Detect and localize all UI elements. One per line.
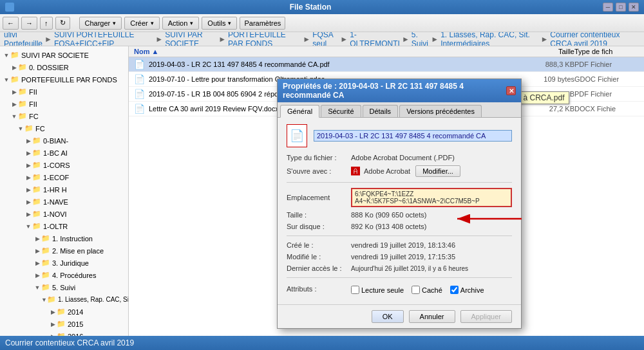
parametres-button[interactable]: Paramètres — [240, 17, 285, 30]
dialog-row-acces: Dernier accès le : Aujourd'hui 26 juille… — [287, 264, 512, 272]
sidebar-item-fii1[interactable]: ▶ 📁 FII — [0, 86, 128, 98]
sidebar-item-1ecof[interactable]: ▶ 📁 1-ECOF — [0, 171, 128, 183]
sidebar-item-1instruction[interactable]: ▶ 📁 1. Instruction — [0, 232, 128, 244]
outils-button[interactable]: Outils — [202, 17, 237, 30]
sidebar-item-suivi-par-societe[interactable]: ▼ 📁 SUIVI PAR SOCIETE — [0, 49, 128, 61]
file-size: 888,3 KB — [523, 60, 574, 68]
expand-icon[interactable]: ▶ — [24, 150, 32, 156]
col-header-type[interactable]: Type de fich — [574, 48, 639, 55]
checkbox-lecture-seule[interactable]: Lecture seule — [351, 286, 404, 294]
folder-icon: 📁 — [57, 332, 66, 336]
expand-icon[interactable]: ▶ — [49, 333, 57, 336]
dialog-cancel-button[interactable]: Annuler — [409, 310, 455, 323]
col-header-size[interactable]: Taille — [523, 48, 574, 55]
sidebar-item-fc2[interactable]: ▼ 📁 FC — [0, 122, 128, 134]
dialog-close-button[interactable]: ✕ — [506, 86, 516, 95]
expand-icon[interactable]: ▶ — [49, 309, 57, 315]
dialog-ok-button[interactable]: OK — [372, 310, 404, 323]
sidebar-item-fc1[interactable]: ▼ 📁 FC — [0, 110, 128, 122]
table-row[interactable]: 📄 2019-04-03 - LR 2C 131 497 8485 4 reco… — [129, 57, 644, 72]
crumb-4[interactable]: FQSA seul — [312, 32, 338, 46]
file-size: 109 bytes — [523, 75, 574, 83]
expand-icon[interactable]: ▶ — [24, 199, 32, 205]
expand-icon[interactable]: ▶ — [49, 321, 57, 327]
sidebar-item-3juridique[interactable]: ▶ 📁 3. Juridique — [0, 257, 128, 269]
expand-icon[interactable]: ▼ — [41, 297, 47, 303]
refresh-button[interactable]: ↻ — [55, 17, 70, 30]
expand-icon[interactable]: ▼ — [17, 125, 24, 132]
sidebar-item-liasses[interactable]: ▼ 📁 1. Liasses, Rap. CAC, Sit. Intermédi… — [0, 293, 128, 306]
checkbox-cache[interactable]: Caché — [412, 286, 442, 294]
sidebar-item-0-dossier[interactable]: ▶ 📁 0. DOSSIER — [0, 61, 128, 73]
expand-icon[interactable]: ▶ — [33, 272, 41, 279]
checkbox-archive[interactable]: Archive — [450, 286, 484, 294]
dialog-label-ouvre: S'ouvre avec : — [287, 167, 351, 175]
expand-icon[interactable]: ▼ — [24, 223, 32, 230]
tab-securite[interactable]: Sécurité — [321, 105, 361, 117]
expand-icon[interactable]: ▶ — [33, 235, 41, 242]
expand-icon[interactable]: ▶ — [24, 138, 32, 144]
sidebar-item-0bian[interactable]: ▶ 📁 0-BIAN- — [0, 134, 128, 147]
charger-button[interactable]: Charger — [79, 17, 122, 30]
crumb-1[interactable]: SUIVI PORTEFEUILLE FQSA+FICC+FIP — [54, 32, 153, 46]
expand-icon[interactable]: ▶ — [24, 162, 32, 169]
sidebar-item-2016[interactable]: ▶ 📁 2016 — [0, 330, 128, 336]
expand-icon[interactable]: ▶ — [10, 64, 18, 71]
sidebar-item-portefeuille[interactable]: ▼ 📁 PORTEFEUILLE PAR FONDS — [0, 73, 128, 86]
maximize-button[interactable]: □ — [616, 3, 626, 12]
folder-icon: 📁 — [10, 51, 19, 59]
action-button[interactable]: Action — [162, 17, 200, 30]
crumb-7[interactable]: 1. Liasses, Rap. CAC, Sit. Intermédiaire… — [440, 32, 538, 46]
creer-button[interactable]: Créer — [124, 17, 160, 30]
crumb-3[interactable]: PORTEFEUILLE PAR FONDS — [228, 32, 301, 46]
dialog-modifier-button[interactable]: Modifier... — [415, 165, 460, 177]
expand-icon[interactable]: ▶ — [24, 174, 32, 181]
checkbox-cache-input[interactable] — [412, 286, 420, 294]
expand-icon[interactable]: ▶ — [10, 89, 18, 95]
checkbox-lecture-seule-input[interactable] — [351, 286, 359, 294]
col-header-name[interactable]: Nom ▲ — [134, 48, 523, 55]
pdf-icon: 📄 — [134, 89, 145, 99]
checkbox-archive-input[interactable] — [450, 286, 459, 294]
expand-icon[interactable]: ▶ — [33, 260, 41, 266]
sidebar-item-1novi[interactable]: ▶ 📁 1-NOVI — [0, 208, 128, 220]
sidebar-item-1hrh[interactable]: ▶ 📁 1-HR H — [0, 183, 128, 196]
crumb-6[interactable]: 5. Suivi — [412, 32, 429, 46]
sidebar-item-1nave[interactable]: ▶ 📁 1-NAVE — [0, 196, 128, 208]
minimize-button[interactable]: ─ — [603, 3, 613, 12]
forward-button[interactable]: → — [21, 17, 37, 30]
crumb-0[interactable]: ulivi Portefeuille — [4, 32, 43, 46]
expand-icon[interactable]: ▶ — [10, 101, 18, 107]
expand-icon[interactable]: ▼ — [33, 284, 41, 291]
dialog-filename-input[interactable] — [314, 130, 512, 142]
tab-details[interactable]: Détails — [363, 105, 399, 117]
expand-icon[interactable]: ▶ — [24, 211, 32, 217]
sidebar-item-fii2[interactable]: ▶ 📁 FII — [0, 98, 128, 110]
sidebar-item-1oltr[interactable]: ▼ 📁 1-OLTR — [0, 220, 128, 232]
sidebar-item-1cors[interactable]: ▶ 📁 1-CORS — [0, 159, 128, 171]
sidebar-item-2015[interactable]: ▶ 📁 2015 — [0, 318, 128, 330]
up-button[interactable]: ↑ — [40, 17, 53, 30]
toolbar: ← → ↑ ↻ Charger Créer Action Outils Para… — [0, 14, 644, 32]
tab-versions[interactable]: Versions précédentes — [399, 105, 482, 117]
expand-icon[interactable]: ▼ — [3, 52, 10, 59]
dialog-value-acces: Aujourd'hui 26 juillet 2019, il y a 6 he… — [351, 265, 512, 272]
dialog-apply-button[interactable]: Appliquer — [460, 310, 512, 323]
crumb-2[interactable]: SUIVI PAR SOCIETE — [165, 32, 216, 46]
sidebar-item-2miseenplace[interactable]: ▶ 📁 2. Mise en place — [0, 244, 128, 257]
sidebar-item-label: FC — [35, 125, 45, 133]
tab-general[interactable]: Général — [280, 105, 319, 118]
close-button[interactable]: ✕ — [629, 3, 639, 12]
expand-icon[interactable]: ▼ — [3, 77, 10, 83]
sidebar-item-1bcai[interactable]: ▶ 📁 1-BC AI — [0, 147, 128, 159]
crumb-8[interactable]: Courrier contentieux CRCA avril 2019 — [550, 32, 640, 46]
sidebar-item-2014[interactable]: ▶ 📁 2014 — [0, 306, 128, 318]
expand-icon[interactable]: ▶ — [33, 248, 41, 254]
sidebar-item-5suivi[interactable]: ▼ 📁 5. Suivi — [0, 281, 128, 293]
dialog-value-surdisque: 892 Ko (913 408 octets) — [351, 223, 512, 230]
back-button[interactable]: ← — [3, 17, 19, 30]
expand-icon[interactable]: ▼ — [10, 113, 18, 120]
sidebar-item-4procedures[interactable]: ▶ 📁 4. Procédures — [0, 269, 128, 281]
expand-icon[interactable]: ▶ — [24, 187, 32, 193]
crumb-5[interactable]: 1-OLTREMONTI — [350, 32, 400, 46]
